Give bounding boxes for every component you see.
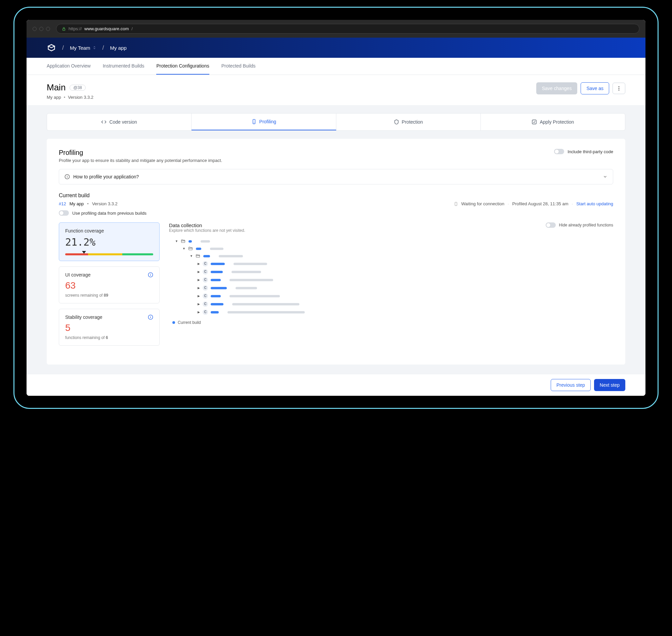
tree-class-row[interactable]: ▶C xyxy=(172,292,613,300)
caret-down-icon[interactable]: ▼ xyxy=(182,247,185,250)
tree-class-row[interactable]: ▶C xyxy=(172,268,613,276)
lock-icon xyxy=(62,27,66,31)
class-icon: C xyxy=(203,310,208,315)
svg-point-1 xyxy=(618,86,619,87)
step-profiling[interactable]: Profiling xyxy=(192,114,336,131)
caret-down-icon[interactable]: ▼ xyxy=(190,254,193,258)
window-maximize-icon[interactable] xyxy=(46,27,50,31)
ui-coverage-value: 63 xyxy=(65,280,153,291)
more-menu-button[interactable] xyxy=(613,83,625,94)
folder-icon xyxy=(180,239,186,243)
toggle-third-party-code[interactable] xyxy=(554,149,564,154)
app-label: My app xyxy=(47,95,61,100)
traffic-lights xyxy=(33,27,50,31)
caret-right-icon[interactable]: ▶ xyxy=(197,286,200,290)
version-badge: @38 xyxy=(70,85,86,91)
url-path: / xyxy=(131,26,133,31)
tree-class-row[interactable]: ▶C xyxy=(172,260,613,268)
team-selector[interactable]: My Team xyxy=(70,45,96,51)
class-icon: C xyxy=(203,277,208,282)
save-as-button[interactable]: Save as xyxy=(580,82,609,94)
next-step-button[interactable]: Next step xyxy=(594,379,625,391)
tree-class-row[interactable]: ▶C xyxy=(172,300,613,308)
coverage-bar-profiled xyxy=(211,303,223,305)
caret-right-icon[interactable]: ▶ xyxy=(197,278,200,281)
coverage-bar-profiled xyxy=(196,247,201,250)
step-label: Protection xyxy=(402,119,423,125)
tab-application-overview[interactable]: Application Overview xyxy=(47,58,91,75)
step-protection[interactable]: Protection xyxy=(336,114,481,131)
app-name[interactable]: My app xyxy=(110,45,127,51)
url-protocol: https:// xyxy=(68,26,82,31)
caret-right-icon[interactable]: ▶ xyxy=(197,302,200,306)
coverage-bar-profiled xyxy=(203,255,210,257)
tab-protection-configurations[interactable]: Protection Configurations xyxy=(156,58,209,75)
current-build-heading: Current build xyxy=(59,193,613,199)
tab-protected-builds[interactable]: Protected Builds xyxy=(221,58,256,75)
card-function-coverage: Function coverage 21.2% xyxy=(59,222,160,261)
window-minimize-icon[interactable] xyxy=(39,27,43,31)
accordion-how-to-profile[interactable]: How to profile your application? xyxy=(59,169,613,184)
team-name: My Team xyxy=(70,45,91,51)
address-bar[interactable]: https://www.guardsquare.com/ xyxy=(56,24,639,34)
coverage-bar-profiled xyxy=(211,271,223,273)
start-auto-updating-link[interactable]: Start auto updating xyxy=(576,201,613,206)
tree-folder-row[interactable]: ▼ xyxy=(172,252,613,260)
stability-sub: functions remaining of xyxy=(65,335,106,340)
info-icon[interactable] xyxy=(148,272,153,278)
class-icon: C xyxy=(203,285,208,291)
svg-point-9 xyxy=(67,175,67,176)
coverage-bar-remaining xyxy=(236,287,257,289)
legend-current-build-icon xyxy=(172,321,175,324)
guardsquare-logo-icon[interactable] xyxy=(47,43,56,53)
caret-down-icon[interactable]: ▼ xyxy=(175,240,178,243)
legend: Current build xyxy=(172,320,613,325)
tree-class-row[interactable]: ▶C xyxy=(172,276,613,284)
build-id[interactable]: #12 xyxy=(59,201,66,206)
panel-title: Profiling xyxy=(59,149,222,157)
folder-icon xyxy=(188,246,193,251)
toggle-hide-profiled[interactable] xyxy=(546,222,556,228)
coverage-bar-remaining xyxy=(219,255,243,257)
build-app: My app xyxy=(70,201,84,206)
info-icon[interactable] xyxy=(148,315,153,320)
tree-folder-row[interactable]: ▼ xyxy=(172,238,613,245)
toggle-label: Include third-party code xyxy=(568,149,613,154)
caret-right-icon[interactable]: ▶ xyxy=(197,262,200,265)
info-icon xyxy=(64,174,70,179)
step-apply-protection[interactable]: Apply Protection xyxy=(481,114,625,131)
function-tree: ▼▼▼▶C▶C▶C▶C▶C▶C▶C xyxy=(169,238,613,316)
window-close-icon[interactable] xyxy=(33,27,37,31)
card-ui-coverage: UI coverage 63 screens remaining of 89 xyxy=(59,266,160,303)
coverage-bar-remaining xyxy=(210,247,223,250)
tree-class-row[interactable]: ▶C xyxy=(172,284,613,292)
build-version: Version 3.3.2 xyxy=(92,201,118,206)
tab-strip: Application Overview Instrumented Builds… xyxy=(26,58,646,75)
dot: • xyxy=(64,95,65,100)
step-code-version[interactable]: Code version xyxy=(47,114,192,131)
caret-right-icon[interactable]: ▶ xyxy=(197,311,200,314)
coverage-marker-icon xyxy=(82,251,86,254)
toggle-previous-builds[interactable] xyxy=(59,210,69,216)
tree-class-row[interactable]: ▶C xyxy=(172,308,613,316)
ui-coverage-total: 89 xyxy=(104,293,108,298)
svg-point-2 xyxy=(618,88,619,89)
svg-point-16 xyxy=(150,316,151,316)
coverage-bar xyxy=(65,253,153,255)
stability-value: 5 xyxy=(65,322,153,333)
class-icon: C xyxy=(203,261,208,266)
stability-total: 6 xyxy=(106,335,108,340)
coverage-bar-remaining xyxy=(232,303,299,305)
phone-icon xyxy=(251,119,257,124)
build-status: Waiting for connection xyxy=(461,201,504,206)
coverage-bar-profiled xyxy=(211,263,225,265)
coverage-bar-profiled xyxy=(211,287,227,289)
caret-right-icon[interactable]: ▶ xyxy=(197,270,200,274)
svg-rect-0 xyxy=(63,28,65,30)
tree-folder-row[interactable]: ▼ xyxy=(172,245,613,252)
tab-instrumented-builds[interactable]: Instrumented Builds xyxy=(103,58,144,75)
caret-right-icon[interactable]: ▶ xyxy=(197,294,200,298)
breadcrumb-sep: / xyxy=(62,44,64,52)
legend-label: Current build xyxy=(178,320,201,325)
previous-step-button[interactable]: Previous step xyxy=(551,379,591,391)
